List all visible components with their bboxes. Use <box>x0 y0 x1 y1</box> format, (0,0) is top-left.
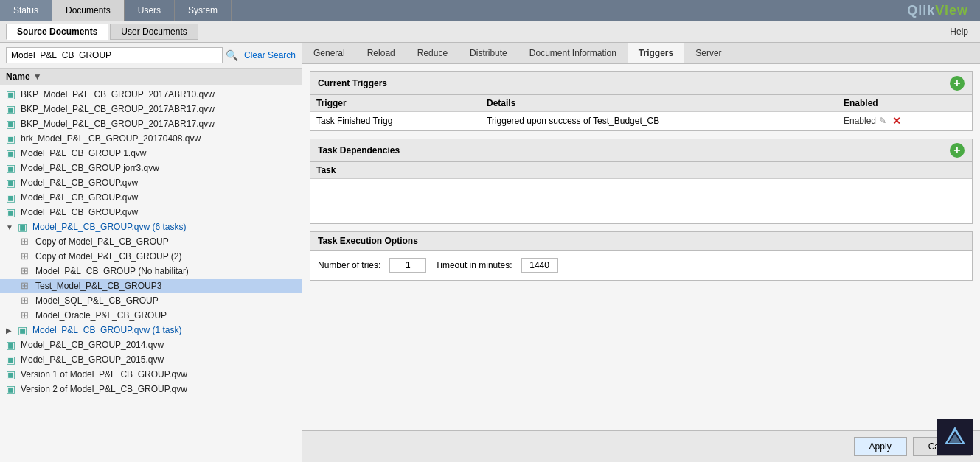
tries-input[interactable] <box>389 258 426 273</box>
add-dependency-button[interactable]: + <box>950 143 965 158</box>
tab-source-documents[interactable]: Source Documents <box>6 24 108 40</box>
item-label: Model_P&L_CB_GROUP jorr3.qvw <box>21 163 159 173</box>
nav-tab-documents[interactable]: Documents <box>52 0 125 21</box>
list-item[interactable]: ▣ Model_P&L_CB_GROUP.qvw <box>0 190 302 205</box>
list-item[interactable]: ⊞ Copy of Model_P&L_CB_GROUP (2) <box>0 249 302 264</box>
item-label: BKP_Model_P&L_CB_GROUP_2017ABR17.qvw <box>21 119 215 129</box>
item-label: Model_P&L_CB_GROUP 1.qvw <box>21 148 147 158</box>
search-input[interactable] <box>6 47 223 63</box>
item-label: Version 1 of Model_P&L_CB_GROUP.qvw <box>21 369 187 379</box>
tab-user-documents[interactable]: User Documents <box>110 24 198 40</box>
add-trigger-button[interactable]: + <box>950 76 965 91</box>
nav-tab-system[interactable]: System <box>175 0 232 21</box>
col-enabled: Enabled <box>838 95 972 112</box>
list-item[interactable]: ▣ Model_P&L_CB_GROUP_2014.qvw <box>0 337 302 352</box>
file-icon: ▣ <box>6 147 18 159</box>
current-triggers-title: Current Triggers <box>318 78 387 88</box>
list-item[interactable]: ▣ Model_P&L_CB_GROUP.qvw <box>0 205 302 220</box>
tab-reduce[interactable]: Reduce <box>406 43 459 63</box>
task-execution-title: Task Execution Options <box>318 236 418 246</box>
col-task: Task <box>310 162 972 179</box>
file-icon: ▣ <box>6 177 18 189</box>
file-icon: ▣ <box>6 383 18 395</box>
file-icon: ▣ <box>6 192 18 203</box>
task-icon: ⊞ <box>21 280 32 292</box>
nav-tab-status[interactable]: Status <box>0 0 52 21</box>
list-item[interactable]: ⊞ Model_Oracle_P&L_CB_GROUP <box>0 308 302 323</box>
logo-svg <box>942 424 968 450</box>
list-item[interactable]: ▣ Model_P&L_CB_GROUP_2015.qvw <box>0 352 302 367</box>
exec-options: Number of tries: Timeout in minutes: <box>310 251 972 280</box>
list-item[interactable]: ▣ Model_P&L_CB_GROUP jorr3.qvw <box>0 161 302 175</box>
item-label: Model_P&L_CB_GROUP.qvw <box>21 192 138 203</box>
list-item[interactable]: ▣ BKP_Model_P&L_CB_GROUP_2017ABR17.qvw <box>0 116 302 131</box>
delete-trigger-icon[interactable]: ✕ <box>892 115 901 127</box>
list-item[interactable]: ▣ Version 2 of Model_P&L_CB_GROUP.qvw <box>0 382 302 396</box>
file-icon: ▣ <box>6 206 18 218</box>
dependencies-table: Task <box>310 162 972 223</box>
top-nav-tabs: Status Documents Users System <box>0 0 232 21</box>
enabled-cell: Enabled ✎ ✕ <box>838 112 972 130</box>
file-icon: ▣ <box>6 103 18 115</box>
list-item[interactable]: ▣ BKP_Model_P&L_CB_GROUP_2017ABR10.qvw <box>0 87 302 102</box>
tab-document-information[interactable]: Document Information <box>518 43 628 63</box>
list-item[interactable]: ⊞ Model_P&L_CB_GROUP (No habilitar) <box>0 264 302 279</box>
help-button[interactable]: Help <box>944 25 974 38</box>
tabs-bar: General Reload Reduce Distribute Documen… <box>302 43 980 64</box>
item-label: Model_SQL_P&L_CB_GROUP <box>35 295 159 306</box>
list-item-group-1task[interactable]: ▶ ▣ Model_P&L_CB_GROUP.qvw (1 task) <box>0 323 302 337</box>
expand-icon[interactable]: ▶ <box>6 326 16 335</box>
left-panel: 🔍 Clear Search Name ▼ ▣ BKP_Model_P&L_CB… <box>0 43 302 462</box>
file-icon: ▣ <box>6 88 18 100</box>
top-nav-bar: Status Documents Users System QlikView <box>0 0 980 21</box>
file-icon: ▣ <box>6 339 18 351</box>
clear-search-button[interactable]: Clear Search <box>244 50 296 60</box>
details-cell: Triggered upon success of Test_Budget_CB <box>481 112 838 130</box>
task-dependencies-section: Task Dependencies + Task <box>310 139 973 224</box>
tree-list: ▣ BKP_Model_P&L_CB_GROUP_2017ABR10.qvw ▣… <box>0 85 302 462</box>
list-item[interactable]: ⊞ Copy of Model_P&L_CB_GROUP <box>0 234 302 249</box>
list-item[interactable]: ▣ Model_P&L_CB_GROUP 1.qvw <box>0 146 302 161</box>
triggers-table: Trigger Details Enabled Task Finished Tr… <box>310 95 972 130</box>
tab-triggers[interactable]: Triggers <box>628 43 684 63</box>
tab-reload[interactable]: Reload <box>356 43 406 63</box>
task-execution-header: Task Execution Options <box>310 232 972 251</box>
edit-trigger-icon[interactable]: ✎ <box>879 116 886 126</box>
list-item-selected[interactable]: ⊞ Test_Model_P&L_CB_GROUP3 <box>0 279 302 293</box>
tree-header: Name ▼ <box>0 69 302 85</box>
list-item[interactable]: ▣ BKP_Model_P&L_CB_GROUP_2017ABR17.qvw <box>0 102 302 116</box>
file-icon: ▣ <box>6 354 18 365</box>
tab-general[interactable]: General <box>302 43 356 63</box>
col-details: Details <box>481 95 838 112</box>
list-item[interactable]: ⊞ Model_SQL_P&L_CB_GROUP <box>0 293 302 308</box>
tab-server[interactable]: Server <box>684 43 732 63</box>
timeout-label: Timeout in minutes: <box>435 260 512 270</box>
item-label: BKP_Model_P&L_CB_GROUP_2017ABR17.qvw <box>21 104 215 114</box>
search-icon[interactable]: 🔍 <box>226 49 238 61</box>
list-item[interactable]: ▣ Version 1 of Model_P&L_CB_GROUP.qvw <box>0 367 302 382</box>
item-label: Version 2 of Model_P&L_CB_GROUP.qvw <box>21 384 187 394</box>
enabled-status: Enabled <box>844 116 876 126</box>
item-label: Copy of Model_P&L_CB_GROUP (2) <box>35 251 182 262</box>
table-row-empty <box>310 179 972 223</box>
timeout-input[interactable] <box>521 258 558 273</box>
nav-tab-users[interactable]: Users <box>125 0 175 21</box>
task-dependencies-title: Task Dependencies <box>318 145 400 155</box>
list-item-group-6tasks[interactable]: ▼ ▣ Model_P&L_CB_GROUP.qvw (6 tasks) <box>0 220 302 234</box>
tries-label: Number of tries: <box>318 260 380 270</box>
list-item[interactable]: ▣ Model_P&L_CB_GROUP.qvw <box>0 175 302 190</box>
file-icon: ▣ <box>6 133 18 144</box>
empty-cell <box>310 179 972 223</box>
trigger-cell: Task Finished Trigg <box>310 112 481 130</box>
collapse-icon[interactable]: ▼ <box>6 223 16 231</box>
file-icon: ▣ <box>18 221 29 233</box>
table-row[interactable]: Task Finished Trigg Triggered upon succe… <box>310 112 972 130</box>
apply-button[interactable]: Apply <box>854 437 907 456</box>
item-label: Model_P&L_CB_GROUP_2015.qvw <box>21 354 164 365</box>
filter-icon[interactable]: ▼ <box>33 71 42 82</box>
list-item[interactable]: ▣ brk_Model_P&L_CB_GROUP_20170408.qvw <box>0 131 302 146</box>
secondary-tabs: Source Documents User Documents <box>6 24 198 40</box>
tab-distribute[interactable]: Distribute <box>459 43 518 63</box>
item-label: BKP_Model_P&L_CB_GROUP_2017ABR10.qvw <box>21 89 215 99</box>
item-label: Model_P&L_CB_GROUP.qvw (1 task) <box>32 325 182 335</box>
